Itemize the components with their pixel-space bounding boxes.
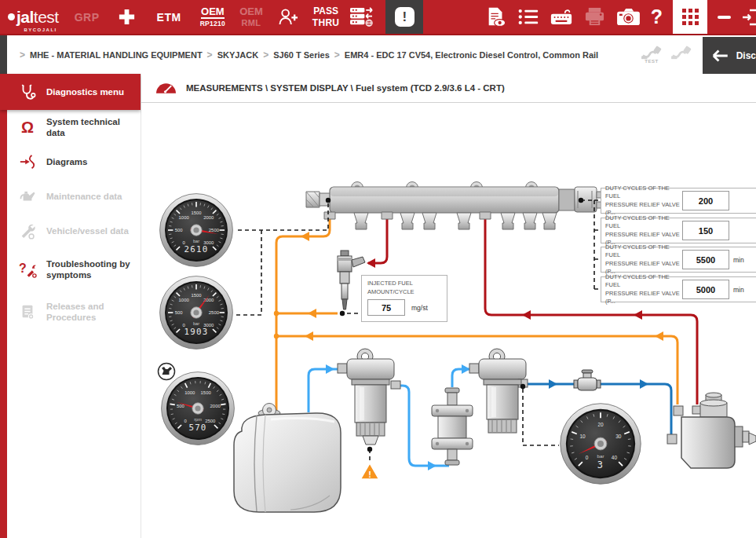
- document-eye-icon: [485, 6, 507, 28]
- grp-button[interactable]: GRP: [75, 11, 100, 24]
- low-pressure-gauge: 010203040 bar 3: [559, 402, 642, 485]
- document-stack-icon: [17, 303, 38, 320]
- keyboard-icon: [550, 7, 573, 27]
- measurement-row: DUTY CYCLES OF THE FUELPRESSURE RELIEF V…: [601, 218, 756, 243]
- breadcrumb-item-make[interactable]: SKYJACK: [217, 50, 259, 60]
- sidebar-item-label: Maintenance data: [46, 191, 122, 202]
- wrench-icon: [17, 222, 38, 240]
- svg-text:1903: 1903: [184, 327, 209, 337]
- warnings-button[interactable]: !: [395, 7, 415, 27]
- sidebar-item-vehicle-vessel-data[interactable]: Vehicle/vessel data: [7, 214, 141, 248]
- person-plus-icon: [277, 7, 300, 27]
- server-transfer-icon: [349, 6, 374, 27]
- measurement-label: DUTY CYCLES OF THE FUELPRESSURE RELIEF V…: [601, 243, 681, 276]
- etm-button[interactable]: ETM: [157, 11, 181, 24]
- engine-speed-gauge: 05001000150020002500 rpm 570: [160, 371, 236, 446]
- screenshot-button[interactable]: [616, 7, 641, 27]
- help-button[interactable]: ?: [651, 5, 663, 28]
- pass-thru-button[interactable]: PASS THRU: [312, 6, 340, 27]
- measurement-unit: min: [733, 256, 744, 264]
- sidebar-item-diagrams[interactable]: Diagrams: [7, 145, 141, 179]
- sidebar-item-system-technical-data[interactable]: Ω System technical data: [7, 110, 141, 145]
- measurement-label: DUTY CYCLES OF THE FUELPRESSURE RELIEF V…: [601, 185, 681, 217]
- hand-pump: [432, 388, 473, 465]
- connector-cable-icon: [640, 42, 663, 60]
- brand-light: test: [34, 8, 59, 27]
- breadcrumb-item-model[interactable]: SJ60 T Series: [273, 50, 330, 60]
- water-in-fuel-warning-icon: !: [361, 463, 379, 479]
- sidebar-item-label: Releases and Procedures: [46, 301, 134, 324]
- fuel-prefilter: [338, 349, 400, 445]
- svg-text:10: 10: [579, 434, 586, 439]
- toolbar-right-group: ?: [485, 0, 756, 34]
- measurement-row: DUTY CYCLES OF THE FUELPRESSURE RELIEF V…: [601, 247, 756, 273]
- common-rail: [306, 182, 604, 230]
- report-preview-button[interactable]: [485, 6, 507, 28]
- svg-text:570: 570: [188, 423, 206, 433]
- jaltest-window: jaltest BYCOJALI GRP ETM OEM RP1210 OEM …: [0, 0, 756, 538]
- camera-icon: [616, 7, 641, 27]
- svg-text:40: 40: [612, 455, 618, 460]
- breadcrumb-item-system[interactable]: EMR4 - EDC 17 CV54, Electronic Diesel Co…: [345, 50, 598, 60]
- page-title: MEASUREMENTS \ SYSTEM DISPLAY \ Fuel sys…: [186, 83, 505, 93]
- fuel-system-canvas: ! 050010001500200025003000 bar 2610: [141, 103, 756, 538]
- sidebar-item-releases-and-procedures[interactable]: Releases and Procedures: [7, 291, 141, 333]
- sidebar-item-label: Vehicle/vessel data: [46, 225, 129, 236]
- measurements-header: MEASUREMENTS \ SYSTEM DISPLAY \ Fuel sys…: [141, 74, 756, 103]
- sidebar-item-label: System technical data: [46, 116, 134, 139]
- sidebar-item-label: Diagnostics menu: [46, 86, 124, 97]
- svg-text:rpm: rpm: [194, 417, 202, 422]
- connection-status-button[interactable]: [670, 42, 693, 60]
- sidebar-item-diagnostics-menu[interactable]: Diagnostics menu: [0, 74, 141, 110]
- print-button[interactable]: [583, 6, 606, 27]
- measurement-value: 150: [682, 221, 729, 240]
- svg-text:?: ?: [19, 262, 27, 275]
- check-valve: [574, 370, 601, 390]
- connection-test-button[interactable]: TEST: [640, 42, 663, 64]
- measurement-unit: min: [733, 286, 744, 294]
- svg-text:3: 3: [597, 459, 604, 470]
- add-user-button[interactable]: [277, 7, 300, 27]
- minimize-button[interactable]: [718, 16, 731, 19]
- rail-pressure-gauge: 050010001500200025003000 bar 2610: [159, 192, 234, 268]
- plus-icon: [117, 7, 137, 27]
- disconnect-back-button[interactable]: Disc: [703, 37, 756, 75]
- left-dark-notch: [0, 35, 7, 75]
- jaltest-logo[interactable]: jaltest BYCOJALI: [8, 8, 59, 27]
- oem-rp1210-button[interactable]: OEM RP1210: [200, 6, 226, 27]
- measurement-unit: mg/st: [411, 304, 428, 312]
- injected-fuel-box: INJECTED FUELAMOUNT/CYCLE 75 mg/st: [361, 275, 447, 322]
- measurement-row: DUTY CYCLES OF THE FUELPRESSURE RELIEF V…: [601, 188, 756, 214]
- add-button[interactable]: [117, 7, 137, 27]
- exit-door-icon: [741, 7, 756, 27]
- sidebar-item-troubleshooting-by-symptoms[interactable]: ? Troubleshooting by symptoms: [7, 248, 141, 291]
- logo-dot-icon: [8, 13, 15, 20]
- sidebar-item-label: Diagrams: [46, 156, 87, 167]
- gauge-icon: [155, 82, 177, 94]
- rail-pressure-setpoint-gauge: 050010001500200025003000 bar 1903: [159, 275, 234, 350]
- svg-text:bar: bar: [597, 453, 604, 459]
- bullet-list-icon: [517, 8, 539, 26]
- fuel-tank: [234, 404, 341, 513]
- virtual-keyboard-button[interactable]: [550, 7, 573, 27]
- sidebar-item-maintenance-data[interactable]: Maintenance data: [7, 179, 141, 214]
- list-view-button[interactable]: [517, 8, 539, 26]
- omega-icon: Ω: [17, 119, 38, 135]
- exit-button[interactable]: [741, 7, 756, 27]
- oem-rml-button[interactable]: OEM RML: [239, 6, 263, 27]
- alert-section: !: [385, 0, 423, 34]
- measurement-label: DUTY CYCLES OF THE FUELPRESSURE RELIEF V…: [601, 273, 681, 306]
- measurement-value: 75: [367, 299, 405, 316]
- apps-grid-button[interactable]: [673, 0, 707, 34]
- svg-text:500: 500: [175, 310, 184, 315]
- breadcrumb-item-equipment-type[interactable]: MHE - MATERIAL HANDLING EQUIPMENT: [30, 50, 203, 60]
- measurement-row: DUTY CYCLES OF THE FUELPRESSURE RELIEF V…: [601, 276, 756, 302]
- svg-text:2000: 2000: [203, 215, 214, 220]
- svg-text:bar: bar: [193, 321, 199, 326]
- question-wrench-icon: ?: [17, 261, 38, 278]
- back-arrow-icon: [711, 48, 729, 64]
- svg-text:!: !: [368, 470, 371, 479]
- svg-text:1000: 1000: [179, 298, 190, 302]
- sidebar: Diagnostics menu Ω System technical data…: [0, 74, 141, 538]
- ecu-data-button[interactable]: [349, 6, 374, 27]
